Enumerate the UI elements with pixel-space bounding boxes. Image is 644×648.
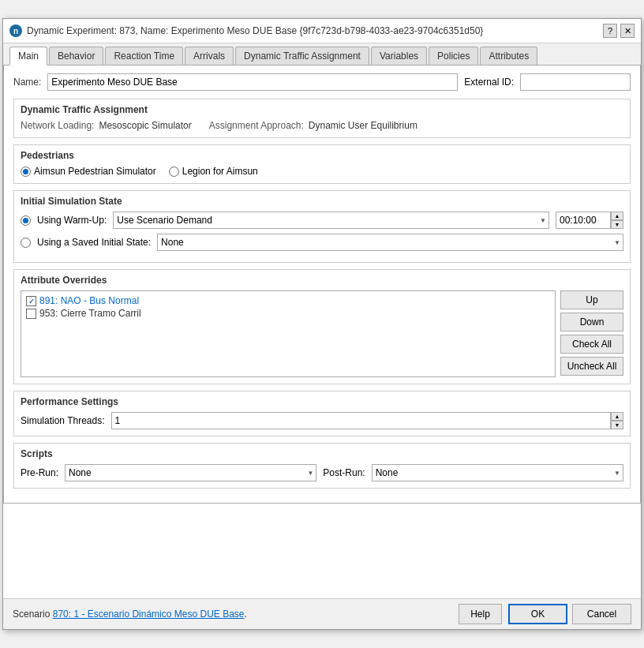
saved-state-radio[interactable] bbox=[21, 238, 31, 248]
dta-section: Dynamic Traffic Assignment Network Loadi… bbox=[13, 99, 631, 138]
attr-item-891: ✓ 891: NAO - Bus Normal bbox=[24, 294, 552, 307]
help-window-button[interactable]: ? bbox=[603, 24, 617, 38]
pedestrian-radio-1[interactable] bbox=[21, 167, 31, 177]
pedestrians-radio-row: Aimsun Pedestrian Simulator Legion for A… bbox=[21, 166, 623, 177]
time-down-btn[interactable]: ▼ bbox=[611, 220, 623, 229]
main-content: Name: External ID: Dynamic Traffic Assig… bbox=[3, 66, 641, 504]
post-run-label: Post-Run: bbox=[323, 467, 365, 478]
name-input[interactable] bbox=[47, 73, 458, 91]
init-sim-section: Initial Simulation State Using Warm-Up: … bbox=[13, 190, 631, 263]
threads-spinner: ▲ ▼ bbox=[611, 412, 623, 429]
saved-state-dropdown[interactable]: None bbox=[157, 234, 623, 251]
title-bar: n Dynamic Experiment: 873, Name: Experim… bbox=[3, 19, 641, 43]
pedestrian-radio-2[interactable] bbox=[169, 167, 179, 177]
uncheck-all-button[interactable]: Uncheck All bbox=[560, 357, 623, 376]
spacer bbox=[3, 504, 641, 598]
pedestrians-title: Pedestrians bbox=[21, 150, 623, 161]
warm-up-radio[interactable] bbox=[21, 215, 31, 226]
scripts-row: Pre-Run: None Post-Run: None bbox=[21, 464, 623, 481]
app-icon: n bbox=[9, 24, 22, 37]
time-up-btn[interactable]: ▲ bbox=[611, 212, 623, 220]
scenario-text: Scenario bbox=[13, 609, 50, 620]
tab-bar: Main Behavior Reaction Time Arrivals Dyn… bbox=[3, 43, 641, 66]
window-title: Dynamic Experiment: 873, Name: Experimen… bbox=[27, 25, 483, 36]
pre-run-label: Pre-Run: bbox=[21, 467, 58, 478]
pedestrian-label-2: Legion for Aimsun bbox=[182, 166, 258, 177]
name-row: Name: External ID: bbox=[13, 73, 631, 91]
warm-up-time-input[interactable] bbox=[556, 212, 611, 229]
up-button[interactable]: Up bbox=[560, 290, 623, 309]
threads-down-btn[interactable]: ▼ bbox=[611, 421, 623, 429]
tab-policies[interactable]: Policies bbox=[429, 47, 478, 65]
scenario-link[interactable]: 870: 1 - Escenario Dinámico Meso DUE Bas… bbox=[53, 609, 245, 620]
pedestrian-label-1: Aimsun Pedestrian Simulator bbox=[34, 166, 156, 177]
footer-buttons: OK Cancel bbox=[508, 604, 631, 624]
title-controls: ? ✕ bbox=[603, 24, 635, 38]
perf-settings-section: Performance Settings Simulation Threads:… bbox=[13, 391, 631, 436]
perf-row: Simulation Threads: ▲ ▼ bbox=[21, 412, 623, 429]
perf-settings-title: Performance Settings bbox=[21, 396, 623, 407]
assignment-approach-value: Dynamic User Equilibrium bbox=[309, 120, 417, 131]
attr-item-953: 953: Cierre Tramo Carril bbox=[24, 307, 552, 320]
ext-id-label: External ID: bbox=[464, 77, 514, 88]
attr-overrides-title: Attribute Overrides bbox=[21, 275, 623, 286]
pre-run-dropdown[interactable]: None bbox=[65, 464, 316, 481]
network-loading-value: Mesoscopic Simulator bbox=[99, 120, 191, 131]
pedestrian-option-1: Aimsun Pedestrian Simulator bbox=[21, 166, 156, 177]
pre-run-dropdown-wrap: None bbox=[65, 464, 316, 481]
pedestrian-option-2: Legion for Aimsun bbox=[169, 166, 258, 177]
time-wrap: ▲ ▼ bbox=[556, 212, 623, 229]
pedestrians-section: Pedestrians Aimsun Pedestrian Simulator … bbox=[13, 144, 631, 184]
attr-list: ✓ 891: NAO - Bus Normal 953: Cierre Tram… bbox=[21, 290, 556, 377]
attr-checkbox-891[interactable]: ✓ bbox=[26, 296, 36, 306]
ok-button[interactable]: OK bbox=[508, 604, 567, 624]
attr-label-891: 891: NAO - Bus Normal bbox=[39, 295, 139, 306]
dta-title: Dynamic Traffic Assignment bbox=[21, 104, 623, 115]
warm-up-dropdown-wrap: Use Scenario Demand bbox=[113, 212, 549, 229]
threads-input-wrap: ▲ ▼ bbox=[111, 412, 624, 429]
ext-id-input[interactable] bbox=[520, 73, 631, 91]
warm-up-label: Using Warm-Up: bbox=[37, 215, 107, 226]
scripts-title: Scripts bbox=[21, 448, 623, 459]
check-all-button[interactable]: Check All bbox=[560, 335, 623, 354]
tab-main[interactable]: Main bbox=[9, 47, 47, 66]
tab-behavior[interactable]: Behavior bbox=[49, 47, 103, 65]
attr-checkbox-953[interactable] bbox=[26, 309, 36, 319]
tab-reaction-time[interactable]: Reaction Time bbox=[105, 47, 183, 65]
saved-state-row: Using a Saved Initial State: None bbox=[21, 234, 623, 251]
saved-state-dropdown-wrap: None bbox=[157, 234, 623, 251]
time-spinner: ▲ ▼ bbox=[611, 212, 623, 229]
threads-label: Simulation Threads: bbox=[21, 415, 105, 426]
post-run-dropdown[interactable]: None bbox=[372, 464, 623, 481]
name-label: Name: bbox=[13, 77, 41, 88]
threads-input[interactable] bbox=[111, 412, 612, 429]
attr-overrides-body: ✓ 891: NAO - Bus Normal 953: Cierre Tram… bbox=[21, 290, 623, 377]
title-bar-left: n Dynamic Experiment: 873, Name: Experim… bbox=[9, 24, 483, 37]
tab-variables[interactable]: Variables bbox=[371, 47, 427, 65]
footer-controls: Help OK Cancel bbox=[459, 604, 631, 624]
tab-arrivals[interactable]: Arrivals bbox=[185, 47, 234, 65]
post-run-dropdown-wrap: None bbox=[372, 464, 623, 481]
warm-up-dropdown[interactable]: Use Scenario Demand bbox=[113, 212, 549, 229]
bottom-bar: Scenario 870: 1 - Escenario Dinámico Mes… bbox=[3, 598, 641, 629]
cancel-button[interactable]: Cancel bbox=[572, 604, 631, 624]
attr-label-953: 953: Cierre Tramo Carril bbox=[39, 308, 141, 319]
tab-dta[interactable]: Dynamic Traffic Assignment bbox=[235, 47, 369, 65]
network-loading-label: Network Loading: bbox=[21, 120, 94, 131]
main-window: n Dynamic Experiment: 873, Name: Experim… bbox=[2, 18, 642, 630]
help-button[interactable]: Help bbox=[459, 604, 502, 624]
threads-up-btn[interactable]: ▲ bbox=[611, 412, 623, 421]
scripts-section: Scripts Pre-Run: None Post-Run: None bbox=[13, 443, 631, 489]
assignment-approach-label: Assignment Approach: bbox=[209, 120, 304, 131]
close-window-button[interactable]: ✕ bbox=[620, 24, 635, 38]
scenario-info: Scenario 870: 1 - Escenario Dinámico Mes… bbox=[13, 609, 247, 620]
saved-state-label: Using a Saved Initial State: bbox=[37, 237, 151, 248]
tab-attributes[interactable]: Attributes bbox=[480, 47, 537, 65]
down-button[interactable]: Down bbox=[560, 313, 623, 331]
dta-info-row: Network Loading: Mesoscopic Simulator As… bbox=[21, 120, 623, 131]
attr-overrides-section: Attribute Overrides ✓ 891: NAO - Bus Nor… bbox=[13, 269, 631, 384]
init-sim-title: Initial Simulation State bbox=[21, 196, 623, 207]
attr-action-buttons: Up Down Check All Uncheck All bbox=[560, 290, 623, 377]
warm-up-row: Using Warm-Up: Use Scenario Demand ▲ ▼ bbox=[21, 212, 623, 229]
